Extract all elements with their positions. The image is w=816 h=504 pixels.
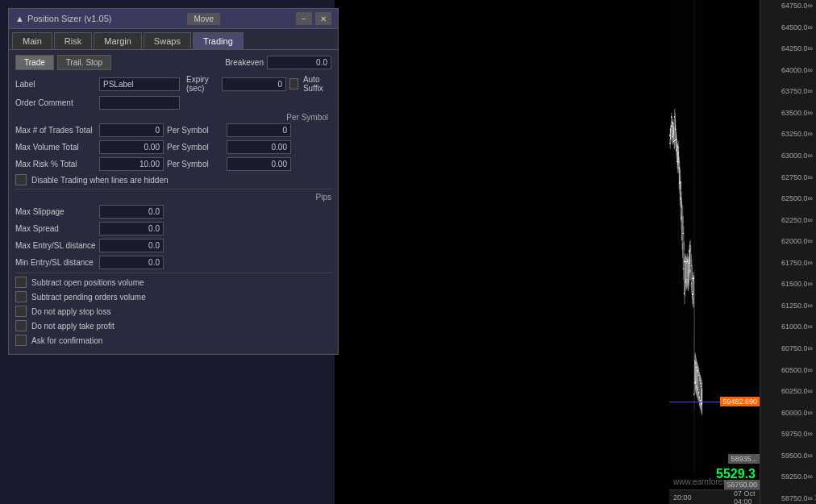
max-spread-row: Max Spread: [15, 222, 331, 235]
max-risk-per-symbol-input[interactable]: [227, 157, 291, 171]
tab-bar: Main Risk Margin Swaps Trading: [9, 29, 338, 50]
disable-trading-checkbox[interactable]: [15, 174, 27, 185]
panel-title-text: Position Sizer (v1.05): [27, 14, 112, 23]
max-spread-input[interactable]: [99, 222, 164, 235]
subtract-open-label: Subtract open positions volume: [31, 278, 144, 287]
per-symbol-text-1: Per Symbol: [167, 126, 223, 135]
price-label: 62500.0∞: [760, 194, 816, 202]
max-entry-sl-label: Max Entry/SL distance: [15, 241, 96, 250]
price-label: 59500.0∞: [760, 452, 816, 460]
price-label: 60000.0∞: [760, 409, 816, 417]
label-label: Label: [15, 80, 96, 89]
price-label: 64500.0∞: [760, 23, 816, 31]
time-label: 20:00: [673, 494, 692, 502]
max-risk-input[interactable]: [99, 157, 164, 171]
ask-confirmation-row: Ask for confirmation: [15, 335, 331, 346]
label-row: Label Expiry (sec) Auto Suffix: [15, 75, 331, 93]
max-trades-label: Max # of Trades Total: [15, 126, 96, 135]
per-symbol-label: Per Symbol: [272, 113, 328, 122]
subtract-pending-row: Subtract pending orders volume: [15, 291, 331, 302]
close-button[interactable]: ✕: [315, 12, 331, 25]
max-slippage-input[interactable]: [99, 205, 164, 219]
max-volume-label: Max Volume Total: [15, 143, 96, 152]
subtract-pending-checkbox[interactable]: [15, 291, 27, 302]
max-entry-sl-row: Max Entry/SL distance: [15, 239, 331, 252]
price-label: 61750.0∞: [760, 259, 816, 267]
price-label: 61250.0∞: [760, 302, 816, 310]
order-comment-input[interactable]: [99, 96, 180, 110]
panel-title: ▲ Position Sizer (v1.05): [15, 14, 111, 23]
subtab-trail-stop[interactable]: Trail. Stop: [57, 55, 111, 70]
disable-trading-row: Disable Trading when lines are hidden: [15, 174, 331, 185]
ask-confirmation-label: Ask for confirmation: [31, 336, 102, 345]
breakeven-input[interactable]: [267, 56, 331, 69]
auto-suffix-row: Auto Suffix: [289, 75, 331, 93]
ask-confirmation-checkbox[interactable]: [15, 335, 27, 346]
per-symbol-text-3: Per Symbol: [167, 160, 223, 169]
max-entry-sl-input[interactable]: [99, 239, 164, 252]
panel-titlebar: ▲ Position Sizer (v1.05) Move − ✕: [9, 9, 338, 29]
price-label: 61000.0∞: [760, 323, 816, 331]
panel-controls: − ✕: [296, 12, 331, 25]
price-label: 62750.0∞: [760, 173, 816, 181]
order-comment-row: Order Comment: [15, 96, 331, 110]
expiry-label: Expiry (sec): [186, 75, 219, 93]
min-entry-sl-row: Min Entry/SL distance: [15, 256, 331, 269]
max-trades-per-symbol-input[interactable]: [227, 123, 291, 137]
tab-margin[interactable]: Margin: [94, 32, 142, 49]
sub-tabs-row: Trade Trail. Stop Breakeven: [15, 55, 331, 70]
tab-trading[interactable]: Trading: [193, 32, 244, 49]
price-label: 63750.0∞: [760, 87, 816, 95]
subtract-open-row: Subtract open positions volume: [15, 277, 331, 288]
price-badge-1: 58935...: [728, 454, 760, 464]
expiry-input[interactable]: [222, 77, 286, 91]
label-input[interactable]: [99, 77, 180, 91]
subtab-trade[interactable]: Trade: [15, 55, 54, 70]
no-take-profit-checkbox[interactable]: [15, 320, 27, 331]
price-label: 59750.0∞: [760, 430, 816, 438]
price-label: 61500.0∞: [760, 280, 816, 288]
auto-suffix-label: Auto Suffix: [303, 75, 331, 93]
time-label: 07 Oct 04:00: [734, 489, 760, 505]
tab-swaps[interactable]: Swaps: [144, 32, 191, 49]
price-label: 64750.0∞: [760, 2, 816, 10]
max-slippage-label: Max Slippage: [15, 207, 96, 216]
price-label: 62000.0∞: [760, 237, 816, 245]
tab-risk[interactable]: Risk: [54, 32, 92, 49]
panel-icon: ▲: [15, 14, 24, 23]
disable-trading-label: Disable Trading when lines are hidden: [31, 176, 169, 185]
max-risk-row: Max Risk % Total Per Symbol: [15, 157, 331, 171]
max-spread-label: Max Spread: [15, 224, 96, 233]
price-counter: 5529.3: [716, 467, 756, 481]
min-entry-sl-label: Min Entry/SL distance: [15, 258, 96, 267]
price-label: 63250.0∞: [760, 130, 816, 138]
panel-content: Trade Trail. Stop Breakeven Label Expiry…: [9, 50, 338, 354]
price-label: 59250.0∞: [760, 473, 816, 481]
price-label: 58750.0∞: [760, 494, 816, 502]
subtract-pending-label: Subtract pending orders volume: [31, 293, 146, 302]
no-take-profit-label: Do not apply take profit: [31, 322, 114, 331]
no-stop-loss-checkbox[interactable]: [15, 306, 27, 317]
price-label: 64000.0∞: [760, 66, 816, 74]
order-comment-label: Order Comment: [15, 98, 96, 107]
minimize-button[interactable]: −: [296, 12, 312, 25]
breakeven-label: Breakeven: [225, 58, 264, 67]
per-symbol-header: [204, 113, 269, 122]
move-button[interactable]: Move: [187, 13, 219, 25]
min-entry-sl-input[interactable]: [99, 256, 164, 269]
max-volume-row: Max Volume Total Per Symbol: [15, 140, 331, 154]
max-risk-label: Max Risk % Total: [15, 160, 96, 169]
max-volume-per-symbol-input[interactable]: [227, 140, 291, 154]
tab-main[interactable]: Main: [12, 32, 52, 49]
auto-suffix-checkbox[interactable]: [289, 78, 298, 90]
price-label: 63500.0∞: [760, 109, 816, 117]
price-label: 60750.0∞: [760, 344, 816, 352]
price-label: 60250.0∞: [760, 387, 816, 395]
price-label: 64250.0∞: [760, 44, 816, 52]
current-price-badge: 59482.690: [720, 397, 760, 406]
max-volume-input[interactable]: [99, 140, 164, 154]
price-label: 60500.0∞: [760, 366, 816, 374]
max-slippage-row: Max Slippage: [15, 205, 331, 219]
subtract-open-checkbox[interactable]: [15, 277, 27, 288]
max-trades-input[interactable]: [99, 123, 164, 137]
